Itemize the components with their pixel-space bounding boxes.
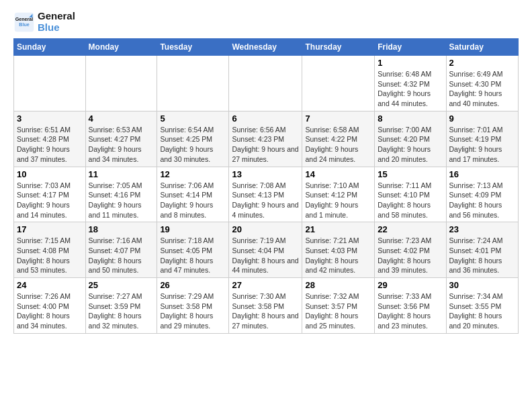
day-number: 8 bbox=[378, 113, 443, 124]
day-number: 2 bbox=[449, 58, 515, 68]
weekday-header-row: SundayMondayTuesdayWednesdayThursdayFrid… bbox=[14, 39, 519, 56]
day-cell: 2Sunrise: 6:49 AM Sunset: 4:30 PM Daylig… bbox=[446, 56, 518, 111]
day-info: Sunrise: 7:27 AM Sunset: 3:59 PM Dayligh… bbox=[89, 291, 154, 331]
day-number: 1 bbox=[378, 58, 443, 68]
day-cell: 30Sunrise: 7:34 AM Sunset: 3:55 PM Dayli… bbox=[446, 278, 518, 334]
day-number: 14 bbox=[305, 169, 371, 179]
day-number: 20 bbox=[232, 224, 299, 234]
page: General Blue General Blue SundayMondayTu… bbox=[0, 0, 532, 340]
day-cell: 25Sunrise: 7:27 AM Sunset: 3:59 PM Dayli… bbox=[85, 278, 157, 334]
day-cell: 9Sunrise: 7:01 AM Sunset: 4:19 PM Daylig… bbox=[446, 111, 518, 167]
day-info: Sunrise: 7:01 AM Sunset: 4:19 PM Dayligh… bbox=[449, 125, 515, 165]
day-cell: 13Sunrise: 7:08 AM Sunset: 4:13 PM Dayli… bbox=[229, 167, 302, 222]
day-info: Sunrise: 7:34 AM Sunset: 3:55 PM Dayligh… bbox=[449, 291, 515, 331]
day-info: Sunrise: 7:08 AM Sunset: 4:13 PM Dayligh… bbox=[232, 181, 299, 220]
day-info: Sunrise: 6:53 AM Sunset: 4:27 PM Dayligh… bbox=[89, 125, 154, 165]
day-cell: 15Sunrise: 7:11 AM Sunset: 4:10 PM Dayli… bbox=[375, 167, 446, 222]
weekday-thursday: Thursday bbox=[302, 39, 375, 56]
weekday-saturday: Saturday bbox=[446, 39, 518, 56]
day-info: Sunrise: 7:19 AM Sunset: 4:04 PM Dayligh… bbox=[232, 236, 299, 275]
day-number: 16 bbox=[449, 169, 515, 179]
day-number: 28 bbox=[305, 280, 371, 290]
logo: General Blue General Blue bbox=[13, 11, 75, 33]
day-info: Sunrise: 7:11 AM Sunset: 4:10 PM Dayligh… bbox=[378, 181, 443, 220]
day-cell: 27Sunrise: 7:30 AM Sunset: 3:58 PM Dayli… bbox=[229, 278, 302, 334]
day-cell: 20Sunrise: 7:19 AM Sunset: 4:04 PM Dayli… bbox=[229, 222, 302, 278]
svg-text:General: General bbox=[15, 17, 34, 22]
week-row-2: 10Sunrise: 7:03 AM Sunset: 4:17 PM Dayli… bbox=[14, 167, 519, 222]
day-info: Sunrise: 6:49 AM Sunset: 4:30 PM Dayligh… bbox=[449, 69, 515, 109]
day-number: 17 bbox=[17, 224, 83, 234]
day-number: 6 bbox=[232, 113, 299, 124]
day-number: 26 bbox=[160, 280, 226, 290]
day-info: Sunrise: 7:24 AM Sunset: 4:01 PM Dayligh… bbox=[449, 236, 515, 275]
day-info: Sunrise: 7:16 AM Sunset: 4:07 PM Dayligh… bbox=[89, 236, 154, 275]
day-cell bbox=[157, 56, 229, 111]
day-cell: 24Sunrise: 7:26 AM Sunset: 4:00 PM Dayli… bbox=[14, 278, 86, 334]
day-number: 18 bbox=[89, 224, 154, 234]
day-cell: 8Sunrise: 7:00 AM Sunset: 4:20 PM Daylig… bbox=[375, 111, 446, 167]
day-info: Sunrise: 7:03 AM Sunset: 4:17 PM Dayligh… bbox=[17, 181, 83, 220]
day-cell: 12Sunrise: 7:06 AM Sunset: 4:14 PM Dayli… bbox=[157, 167, 229, 222]
header: General Blue General Blue bbox=[13, 11, 519, 33]
day-number: 12 bbox=[160, 169, 226, 179]
logo-text-line1: General bbox=[38, 11, 75, 22]
day-info: Sunrise: 7:23 AM Sunset: 4:02 PM Dayligh… bbox=[378, 236, 443, 275]
day-cell bbox=[14, 56, 86, 111]
day-cell: 1Sunrise: 6:48 AM Sunset: 4:32 PM Daylig… bbox=[375, 56, 446, 111]
day-number: 11 bbox=[89, 169, 154, 179]
week-row-1: 3Sunrise: 6:51 AM Sunset: 4:28 PM Daylig… bbox=[14, 111, 519, 167]
calendar-body: 1Sunrise: 6:48 AM Sunset: 4:32 PM Daylig… bbox=[14, 56, 519, 334]
day-number: 30 bbox=[449, 280, 515, 290]
day-info: Sunrise: 7:33 AM Sunset: 3:56 PM Dayligh… bbox=[378, 291, 443, 331]
day-number: 4 bbox=[89, 113, 154, 124]
day-cell: 26Sunrise: 7:29 AM Sunset: 3:58 PM Dayli… bbox=[157, 278, 229, 334]
day-cell: 10Sunrise: 7:03 AM Sunset: 4:17 PM Dayli… bbox=[14, 167, 86, 222]
day-info: Sunrise: 7:32 AM Sunset: 3:57 PM Dayligh… bbox=[305, 291, 371, 331]
day-info: Sunrise: 7:30 AM Sunset: 3:58 PM Dayligh… bbox=[232, 291, 299, 331]
day-cell: 4Sunrise: 6:53 AM Sunset: 4:27 PM Daylig… bbox=[85, 111, 157, 167]
day-number: 22 bbox=[378, 224, 443, 234]
day-info: Sunrise: 6:51 AM Sunset: 4:28 PM Dayligh… bbox=[17, 125, 83, 165]
calendar-header: SundayMondayTuesdayWednesdayThursdayFrid… bbox=[14, 39, 519, 56]
day-number: 5 bbox=[160, 113, 226, 124]
day-number: 27 bbox=[232, 280, 299, 290]
day-info: Sunrise: 6:48 AM Sunset: 4:32 PM Dayligh… bbox=[378, 69, 443, 109]
day-number: 25 bbox=[89, 280, 154, 290]
day-info: Sunrise: 7:13 AM Sunset: 4:09 PM Dayligh… bbox=[449, 181, 515, 220]
weekday-sunday: Sunday bbox=[14, 39, 86, 56]
day-cell: 7Sunrise: 6:58 AM Sunset: 4:22 PM Daylig… bbox=[302, 111, 375, 167]
day-cell: 6Sunrise: 6:56 AM Sunset: 4:23 PM Daylig… bbox=[229, 111, 302, 167]
day-number: 23 bbox=[449, 224, 515, 234]
calendar: SundayMondayTuesdayWednesdayThursdayFrid… bbox=[13, 38, 519, 334]
day-number: 24 bbox=[17, 280, 83, 290]
svg-text:Blue: Blue bbox=[19, 22, 29, 28]
weekday-friday: Friday bbox=[375, 39, 446, 56]
day-number: 15 bbox=[378, 169, 443, 179]
day-info: Sunrise: 7:05 AM Sunset: 4:16 PM Dayligh… bbox=[89, 181, 154, 220]
day-number: 29 bbox=[378, 280, 443, 290]
day-info: Sunrise: 7:18 AM Sunset: 4:05 PM Dayligh… bbox=[160, 236, 226, 275]
logo-icon: General Blue bbox=[13, 11, 35, 33]
day-cell bbox=[302, 56, 375, 111]
day-cell bbox=[229, 56, 302, 111]
day-cell: 21Sunrise: 7:21 AM Sunset: 4:03 PM Dayli… bbox=[302, 222, 375, 278]
day-cell: 3Sunrise: 6:51 AM Sunset: 4:28 PM Daylig… bbox=[14, 111, 86, 167]
day-cell: 28Sunrise: 7:32 AM Sunset: 3:57 PM Dayli… bbox=[302, 278, 375, 334]
logo-text-line2: Blue bbox=[38, 22, 75, 34]
day-cell: 11Sunrise: 7:05 AM Sunset: 4:16 PM Dayli… bbox=[85, 167, 157, 222]
week-row-0: 1Sunrise: 6:48 AM Sunset: 4:32 PM Daylig… bbox=[14, 56, 519, 111]
day-info: Sunrise: 7:10 AM Sunset: 4:12 PM Dayligh… bbox=[305, 181, 371, 220]
day-info: Sunrise: 6:54 AM Sunset: 4:25 PM Dayligh… bbox=[160, 125, 226, 165]
day-number: 9 bbox=[449, 113, 515, 124]
day-cell: 16Sunrise: 7:13 AM Sunset: 4:09 PM Dayli… bbox=[446, 167, 518, 222]
day-cell: 17Sunrise: 7:15 AM Sunset: 4:08 PM Dayli… bbox=[14, 222, 86, 278]
day-cell: 18Sunrise: 7:16 AM Sunset: 4:07 PM Dayli… bbox=[85, 222, 157, 278]
day-number: 3 bbox=[17, 113, 83, 124]
week-row-3: 17Sunrise: 7:15 AM Sunset: 4:08 PM Dayli… bbox=[14, 222, 519, 278]
day-info: Sunrise: 7:29 AM Sunset: 3:58 PM Dayligh… bbox=[160, 291, 226, 331]
day-cell bbox=[85, 56, 157, 111]
day-number: 13 bbox=[232, 169, 299, 179]
weekday-tuesday: Tuesday bbox=[157, 39, 229, 56]
day-cell: 22Sunrise: 7:23 AM Sunset: 4:02 PM Dayli… bbox=[375, 222, 446, 278]
